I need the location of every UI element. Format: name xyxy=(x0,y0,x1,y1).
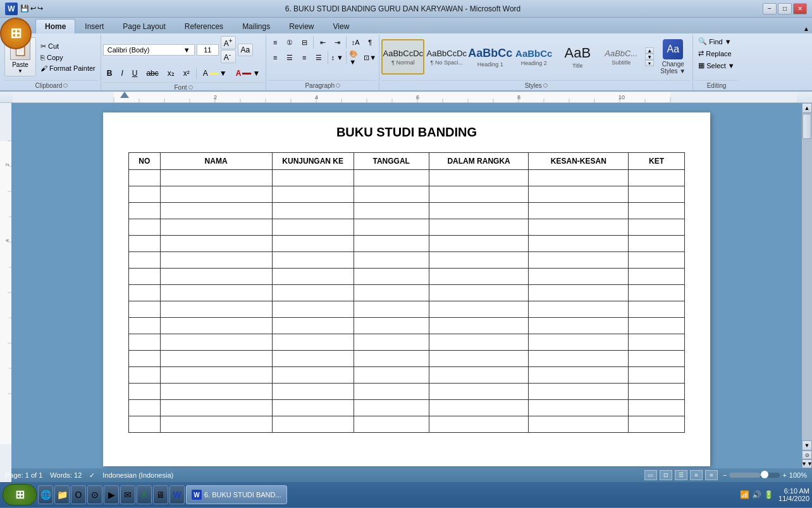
numbering-button[interactable]: ① xyxy=(283,36,297,49)
table-row[interactable] xyxy=(129,334,685,351)
table-row[interactable] xyxy=(129,318,685,334)
table-row[interactable] xyxy=(129,416,685,433)
ie-taskbar-icon[interactable]: 🌐 xyxy=(38,485,53,504)
styles-scroll-up[interactable]: ▲ xyxy=(645,47,654,54)
network-icon[interactable]: 📶 xyxy=(740,490,749,499)
left-indent-marker[interactable] xyxy=(120,92,129,100)
maximize-button[interactable]: □ xyxy=(778,3,792,15)
outline-view[interactable]: ≡ xyxy=(690,470,703,480)
format-painter-button[interactable]: 🖌 Format Painter xyxy=(37,63,99,73)
shading-button[interactable]: 🎨▼ xyxy=(348,51,362,64)
sort-button[interactable]: ↕A xyxy=(348,36,362,49)
powerpoint-taskbar-icon[interactable]: 🖥 xyxy=(153,485,168,504)
web-layout-view[interactable]: ☰ xyxy=(675,470,687,480)
clock-display[interactable]: 6:10 AM 11/4/2020 xyxy=(778,487,809,502)
font-color-button[interactable]: A ▼ xyxy=(232,67,264,80)
tab-home[interactable]: Home xyxy=(35,19,75,33)
styles-scroll-down[interactable]: ▼ xyxy=(645,54,654,60)
align-left-button[interactable]: ≡ xyxy=(268,51,282,64)
scroll-up-button[interactable]: ▲ xyxy=(802,103,812,113)
speaker-icon[interactable]: 🔊 xyxy=(752,490,761,499)
page-select-button[interactable]: ⊙ xyxy=(802,451,812,459)
close-button[interactable]: ✕ xyxy=(793,3,807,15)
next-page-button[interactable]: ▼▼ xyxy=(802,459,812,468)
start-button[interactable]: ⊞ xyxy=(3,484,37,505)
word-taskbar-icon[interactable]: W xyxy=(169,485,185,504)
line-spacing-button[interactable]: ↕ ▼ xyxy=(330,51,344,64)
spelling-indicator[interactable]: ✓ xyxy=(89,471,95,480)
select-button[interactable]: ▦ Select ▼ xyxy=(695,60,737,71)
increase-indent-button[interactable]: ⇥ xyxy=(330,36,344,49)
word-active-window[interactable]: W 6. BUKU STUDI BAND... xyxy=(186,485,287,504)
undo-icon[interactable]: ↩ xyxy=(30,4,36,13)
table-row[interactable] xyxy=(129,400,685,416)
table-row[interactable] xyxy=(129,219,685,236)
subscript-button[interactable]: x₂ xyxy=(164,67,178,80)
tab-mailings[interactable]: Mailings xyxy=(233,19,280,33)
draft-view[interactable]: ≡ xyxy=(705,470,718,480)
table-row[interactable] xyxy=(129,301,685,318)
zoom-slider[interactable] xyxy=(729,473,780,478)
style-subtitle-button[interactable]: AaBbC... Subtitle xyxy=(600,39,643,75)
text-highlight-button[interactable]: A ▼ xyxy=(199,67,231,80)
table-row[interactable] xyxy=(129,269,685,285)
font-grow-button[interactable]: A+ xyxy=(221,36,236,49)
styles-scroll-more[interactable]: ▾ xyxy=(645,60,654,66)
clipboard-expand-icon[interactable]: ⬡ xyxy=(63,83,68,88)
opera-taskbar-icon[interactable]: O xyxy=(71,485,86,504)
tab-insert[interactable]: Insert xyxy=(75,19,113,33)
cut-button[interactable]: ✂ Cut xyxy=(37,41,99,52)
scroll-down-button[interactable]: ▼ xyxy=(802,440,812,451)
tab-review[interactable]: Review xyxy=(280,19,323,33)
font-expand-icon[interactable]: ⬡ xyxy=(188,85,193,90)
styles-expand-icon[interactable]: ⬡ xyxy=(543,83,548,88)
align-center-button[interactable]: ☰ xyxy=(283,51,297,64)
scroll-thumb[interactable] xyxy=(803,114,811,139)
font-name-selector[interactable]: Calibri (Body) ▼ xyxy=(103,44,195,56)
style-heading2-button[interactable]: AaBbCc Heading 2 xyxy=(512,39,555,75)
table-row[interactable] xyxy=(129,367,685,384)
zoom-out-button[interactable]: − xyxy=(723,471,727,479)
table-row[interactable] xyxy=(129,203,685,219)
table-row[interactable] xyxy=(129,384,685,400)
redo-icon[interactable]: ↪ xyxy=(37,4,43,13)
explorer-taskbar-icon[interactable]: 📁 xyxy=(54,485,70,504)
print-layout-view[interactable]: ▭ xyxy=(644,470,657,480)
style-normal-button[interactable]: AaBbCcDc ¶ Normal xyxy=(381,39,424,75)
copy-button[interactable]: ⎘ Copy xyxy=(37,52,99,63)
chrome-taskbar-icon[interactable]: ⊙ xyxy=(87,485,102,504)
zoom-in-button[interactable]: + xyxy=(782,471,786,479)
border-button[interactable]: ⊡▼ xyxy=(363,51,377,64)
replace-button[interactable]: ⇄ Replace xyxy=(695,48,737,59)
table-row[interactable] xyxy=(129,252,685,269)
media-player-taskbar-icon[interactable]: ▶ xyxy=(104,485,119,504)
show-marks-button[interactable]: ¶ xyxy=(363,36,377,49)
zoom-level[interactable]: 100% xyxy=(789,471,807,479)
superscript-button[interactable]: x² xyxy=(180,67,194,80)
office-button[interactable]: ⊞ xyxy=(0,18,32,49)
strikethrough-button[interactable]: abc xyxy=(142,67,162,80)
decrease-indent-button[interactable]: ⇤ xyxy=(316,36,329,49)
font-size-selector[interactable]: 11 xyxy=(197,44,219,56)
font-shrink-button[interactable]: A- xyxy=(221,50,236,63)
ribbon-toggle[interactable]: ▲ xyxy=(803,25,809,32)
justify-button[interactable]: ☰ xyxy=(312,51,326,64)
language-indicator[interactable]: Indonesian (Indonesia) xyxy=(102,471,173,479)
bullets-button[interactable]: ≡ xyxy=(268,36,282,49)
minimize-button[interactable]: − xyxy=(763,3,777,15)
style-heading1-button[interactable]: AaBbCc Heading 1 xyxy=(469,39,512,75)
underline-button[interactable]: U xyxy=(128,67,142,80)
tab-page-layout[interactable]: Page Layout xyxy=(113,19,175,33)
paste-dropdown-arrow[interactable]: ▼ xyxy=(18,68,23,74)
table-row[interactable] xyxy=(129,285,685,301)
align-right-button[interactable]: ≡ xyxy=(297,51,311,64)
find-button[interactable]: 🔍 Find ▼ xyxy=(695,36,737,47)
table-row[interactable] xyxy=(129,236,685,252)
tab-references[interactable]: References xyxy=(175,19,233,33)
style-no-spacing-button[interactable]: AaBbCcDc ¶ No Spaci... xyxy=(425,39,468,75)
table-row[interactable] xyxy=(129,170,685,186)
table-row[interactable] xyxy=(129,351,685,367)
bold-button[interactable]: B xyxy=(103,67,116,80)
table-row[interactable] xyxy=(129,186,685,203)
mail-taskbar-icon[interactable]: ✉ xyxy=(120,485,135,504)
